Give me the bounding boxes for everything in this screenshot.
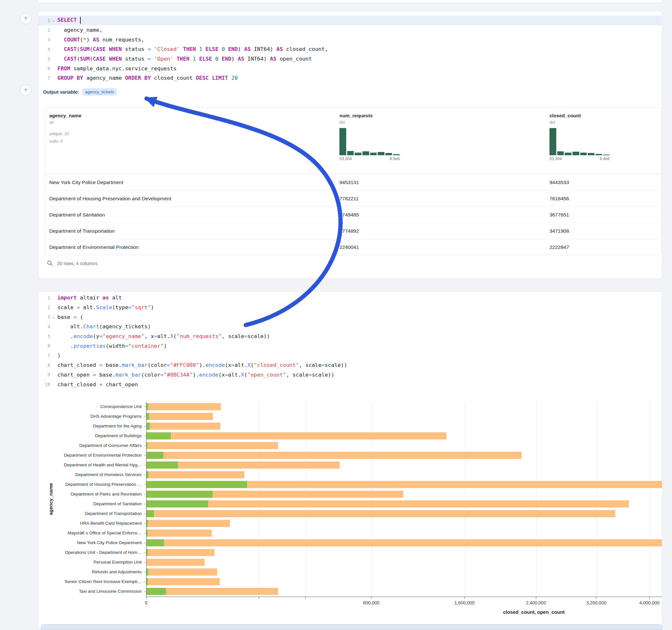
histogram-bar <box>603 154 610 155</box>
search-icon[interactable] <box>47 260 53 266</box>
sql-code-line[interactable]: 3 COUNT(*) AS num_requests, <box>39 35 662 44</box>
code-text: chart_closed = base.mark_bar(color="#FFC… <box>57 362 347 368</box>
table-row[interactable]: New York City Police Department945313194… <box>45 174 661 191</box>
y-tick-mark <box>144 484 146 485</box>
python-code-line[interactable]: 1import altair as alt <box>39 293 662 303</box>
chart-plot-area <box>146 402 662 597</box>
x-tick-mark <box>649 597 650 599</box>
category-label: Department of Transportation <box>39 509 142 518</box>
category-label: Taxi and Limousine Commission <box>39 587 142 596</box>
code-text: base = ( <box>57 314 83 320</box>
results-table: agency_namestrunique: 20nulls: 0num_requ… <box>45 107 661 255</box>
y-tick-mark <box>144 533 146 533</box>
code-text: GROUP BY agency_name ORDER BY closed_cou… <box>57 75 238 81</box>
x-tick-mark <box>259 597 259 599</box>
table-cell: 7782211 <box>336 196 546 201</box>
column-type: str <box>49 120 336 125</box>
column-type: i64 <box>339 120 546 125</box>
x-tick-label: 0 <box>145 600 147 605</box>
x-tick-label: 3,200,000 <box>586 600 606 605</box>
y-tick-mark <box>144 562 146 563</box>
gridline <box>306 402 306 597</box>
output-variable-chip[interactable]: agency_tickets <box>82 88 116 96</box>
y-tick-mark <box>144 504 146 504</box>
previous-cell-edge <box>38 0 662 3</box>
table-row[interactable]: Department of Housing Preservation and D… <box>45 191 661 207</box>
y-tick-mark <box>144 455 146 456</box>
x-tick-mark <box>305 597 306 599</box>
bar-open-count <box>146 578 148 585</box>
x-tick-mark <box>371 597 371 599</box>
python-code-line[interactable]: 8chart_closed = base.mark_bar(color="#FF… <box>39 360 662 370</box>
add-cell-button[interactable]: + <box>20 13 31 24</box>
bar-closed-count <box>146 568 217 576</box>
table-row[interactable]: Department of Sanitation37494853677651 <box>45 207 661 223</box>
bar-closed-count <box>146 413 213 420</box>
bar-closed-count <box>146 559 205 566</box>
sql-code-line[interactable]: 7GROUP BY agency_name ORDER BY closed_co… <box>39 73 662 83</box>
python-code-line[interactable]: 3⌄base = ( <box>39 312 662 322</box>
bar-closed-count <box>146 471 244 478</box>
y-tick-mark <box>144 543 146 543</box>
python-code-line[interactable]: 10chart_closed + chart_open <box>39 380 662 389</box>
y-tick-mark <box>144 407 146 407</box>
notebook-page: + + 1⌄SELECT 2 agency_name,3 COUNT(*) AS… <box>0 0 672 630</box>
table-cell: 7618456 <box>546 196 661 201</box>
line-number: 2 <box>39 28 50 33</box>
y-tick-mark <box>144 416 146 417</box>
sql-code-line[interactable]: 2 agency_name, <box>39 25 662 35</box>
code-text: chart_open = base.mark_bar(color="#8BC34… <box>57 372 334 378</box>
sql-code-line[interactable]: 4 CAST(SUM(CASE WHEN status = 'Closed' T… <box>39 44 662 54</box>
category-label: Department of Buildings <box>39 431 142 441</box>
table-row[interactable]: Department of Transportation377489234719… <box>45 223 661 239</box>
python-code-line[interactable]: 5 .encode(y="agency_name", x=alt.X("num_… <box>39 332 662 341</box>
line-number: 2 <box>39 305 50 310</box>
table-cell: Department of Environmental Protection <box>45 244 336 250</box>
y-tick-mark <box>144 514 146 514</box>
collapse-chevron-icon[interactable]: ⌄ <box>50 19 57 22</box>
table-row[interactable]: Department of Environmental Protection22… <box>45 239 661 255</box>
sql-code-line[interactable]: 5 CAST(SUM(CASE WHEN status = 'Open' THE… <box>39 54 662 64</box>
sql-code-line[interactable]: 6FROM sample_data.nyc.service_requests <box>39 64 662 73</box>
histogram-bar <box>393 154 400 155</box>
table-cell: 3774892 <box>336 228 546 234</box>
python-code-line[interactable]: 6 .properties(width="container") <box>39 341 662 350</box>
python-code-line[interactable]: 2scale = alt.Scale(type="sqrt") <box>39 303 662 312</box>
x-axis-title: closed_count, open_count <box>503 609 565 615</box>
column-header[interactable]: num_requestsi6453,3049.5e6 <box>336 107 546 174</box>
sql-editor[interactable]: 1⌄SELECT 2 agency_name,3 COUNT(*) AS num… <box>39 16 662 83</box>
code-text: agency_name, <box>57 27 102 33</box>
histogram-bar <box>347 151 354 155</box>
column-header[interactable]: agency_namestrunique: 20nulls: 0 <box>45 107 336 174</box>
line-number: 5 <box>39 334 50 339</box>
line-number: 6 <box>39 343 50 348</box>
gridline <box>536 402 536 597</box>
sql-cell: 1⌄SELECT 2 agency_name,3 COUNT(*) AS num… <box>38 11 662 279</box>
bar-closed-count <box>146 520 230 527</box>
table-cell: 3471908 <box>546 228 661 234</box>
code-text: import altair as alt <box>57 295 122 301</box>
y-tick-mark <box>144 426 146 427</box>
python-code-line[interactable]: 4 alt.Chart(agency_tickets) <box>39 322 662 332</box>
sql-code-line[interactable]: 1⌄SELECT <box>39 16 662 25</box>
bar-open-count <box>146 471 148 478</box>
gridline <box>259 402 259 597</box>
category-label: Senior Citizen Rent Increase Exempti… <box>39 577 142 587</box>
gridline <box>650 402 650 597</box>
column-header[interactable]: closed_counti6453,3049.4e6 <box>546 107 661 174</box>
line-number: 8 <box>39 363 50 368</box>
bar-closed-count <box>146 530 212 537</box>
collapse-chevron-icon[interactable]: ⌄ <box>50 315 57 319</box>
python-editor[interactable]: 1import altair as alt2scale = alt.Scale(… <box>39 293 662 389</box>
line-number: 9 <box>39 372 50 377</box>
bar-closed-count <box>146 510 615 517</box>
python-code-line[interactable]: 9chart_open = base.mark_bar(color="#8BC3… <box>39 370 662 380</box>
category-label: Department of Health and Mental Hyg… <box>39 460 142 470</box>
add-cell-button[interactable]: + <box>20 84 31 96</box>
y-tick-mark <box>144 572 146 572</box>
code-text: .properties(width="container") <box>57 343 167 349</box>
code-text: FROM sample_data.nyc.service_requests <box>57 66 177 72</box>
y-tick-mark <box>144 445 146 446</box>
bar-closed-count <box>146 403 221 410</box>
python-code-line[interactable]: 7) <box>39 350 662 360</box>
